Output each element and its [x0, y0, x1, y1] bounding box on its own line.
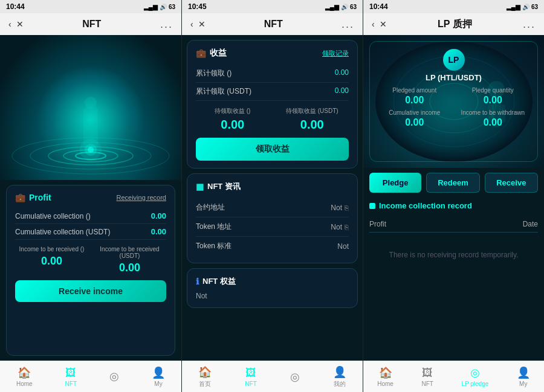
- receiving-record-link[interactable]: Receiving record: [116, 194, 166, 201]
- profit-card: 💼 Profit Receiving record Cumulative col…: [6, 185, 175, 356]
- svg-point-9: [85, 97, 97, 109]
- nft-equity-card: ℹ NFT 权益 Not: [187, 268, 358, 308]
- shouyi-card: 💼 收益 领取记录 累计领取 () 0.00 累计领取 (USDT) 0.00 …: [187, 40, 358, 169]
- close-icon-3[interactable]: ✕: [380, 19, 387, 29]
- receive-btn[interactable]: Receive: [485, 173, 538, 193]
- copy-icon-1[interactable]: ⎘: [345, 204, 349, 211]
- nav-bar-1: ‹ ✕ NFT ...: [0, 13, 181, 35]
- cumulative-income-val: 0.00: [405, 117, 424, 128]
- tab-lp-pledge[interactable]: ◎ LP pledge: [461, 366, 488, 387]
- tab-center-1[interactable]: ◎: [109, 370, 119, 384]
- back-icon-2[interactable]: ‹: [190, 19, 193, 29]
- cumulative-collection-row-2: Cumulative collection (USDT) 0.00: [15, 224, 166, 240]
- tab-my-1[interactable]: 👤 My: [152, 366, 165, 387]
- nft-info-card: ▦ NFT 资讯 合约地址 Not ⎘ Token 地址 Not ⎘ Token…: [187, 173, 358, 263]
- nav-title-3: LP 质押: [438, 18, 472, 31]
- tab-center-2[interactable]: ◎: [290, 370, 300, 384]
- pledge-btn[interactable]: Pledge: [369, 173, 421, 193]
- nav-title-1: NFT: [82, 19, 101, 30]
- home-icon-3: 🏠: [379, 366, 392, 379]
- nav-left-3: ‹ ✕: [372, 19, 387, 29]
- record-header-profit: Profit: [369, 220, 386, 228]
- collect-col-1: 待领取收益 () 0.00: [196, 107, 270, 132]
- shouyi-header: 💼 收益 领取记录: [196, 48, 349, 59]
- collect-col-2: 待领取收益 (USDT) 0.00: [276, 107, 349, 132]
- receive-income-btn[interactable]: Receive income: [15, 280, 166, 302]
- income-value-2: 0.00: [93, 262, 166, 274]
- close-icon-1[interactable]: ✕: [16, 19, 24, 29]
- nav-bar-3: ‹ ✕ LP 质押 ...: [363, 13, 544, 35]
- cumulative-value-1: 0.00: [151, 211, 166, 220]
- lingqu-btn[interactable]: 领取收益: [196, 138, 349, 161]
- wifi-icon-2: 🔊: [341, 4, 348, 10]
- nav-dots-2[interactable]: ...: [342, 18, 354, 31]
- nft-info-title: ▦ NFT 资讯: [196, 181, 349, 192]
- shouyi-row-2: 累计领取 (USDT) 0.00: [196, 83, 349, 101]
- status-icons-3: ▂▄▆ 🔊 63: [507, 4, 538, 10]
- income-record-icon: [369, 203, 375, 209]
- lp-card-inner: LP LP (HTL/USDT) Pledged amount 0.00 Ple…: [369, 41, 538, 162]
- back-icon-1[interactable]: ‹: [8, 19, 11, 29]
- tab-nft-1[interactable]: 🖼 NFT: [65, 367, 77, 387]
- svg-rect-8: [83, 108, 98, 150]
- signal-icon-2: ▂▄▆: [325, 4, 339, 10]
- my-icon-2: 👤: [333, 365, 346, 379]
- time-1: 10:44: [6, 2, 25, 11]
- nft-icon-3: 🖼: [422, 367, 433, 379]
- hero-rings: [6, 59, 175, 180]
- nft-info-row-2: Token 地址 Not ⎘: [196, 217, 349, 237]
- nft-info-val-3: Not: [337, 241, 349, 251]
- income-value-1: 0.00: [15, 255, 88, 268]
- tab-my-label-3: My: [519, 381, 527, 387]
- redeem-btn[interactable]: Redeem: [426, 173, 479, 193]
- tab-my-3[interactable]: 👤 My: [517, 366, 530, 387]
- collect-split: 待领取收益 () 0.00 待领取收益 (USDT) 0.00: [196, 107, 349, 132]
- nav-left-1: ‹ ✕: [8, 19, 24, 29]
- tab-home-label-2: 首页: [199, 380, 211, 388]
- tab-lp-label: LP pledge: [461, 381, 488, 387]
- income-record-title: Income collection record: [369, 201, 538, 210]
- status-bar-2: 10:45 ▂▄▆ 🔊 63: [182, 0, 363, 13]
- tab-my-label-1: My: [154, 381, 162, 387]
- cumulative-income-label: Cumulative income: [389, 109, 440, 116]
- my-icon-3: 👤: [517, 366, 530, 379]
- nav-dots-1[interactable]: ...: [160, 18, 173, 31]
- my-icon-1: 👤: [152, 366, 165, 379]
- nav-dots-3[interactable]: ...: [523, 18, 536, 31]
- lp-stat-pledged-amount: Pledged amount 0.00: [377, 87, 452, 106]
- lp-hero: LP LP (HTL/USDT) Pledged amount 0.00 Ple…: [363, 35, 544, 168]
- center-icon-1: ◎: [109, 370, 119, 383]
- tab-home-2[interactable]: 🏠 首页: [198, 365, 212, 388]
- close-icon-2[interactable]: ✕: [198, 19, 206, 29]
- tab-home-1[interactable]: 🏠 Home: [16, 366, 33, 387]
- nft-info-row-1: 合约地址 Not ⎘: [196, 198, 349, 217]
- shouyi-title: 💼 收益: [196, 48, 227, 59]
- tab-my-label-2: 我的: [334, 380, 346, 388]
- shouyi-row-1: 累计领取 () 0.00: [196, 65, 349, 83]
- back-icon-3[interactable]: ‹: [372, 19, 375, 29]
- status-icons-2: ▂▄▆ 🔊 63: [325, 4, 357, 10]
- bottom-nav-1: 🏠 Home 🖼 NFT ◎ 👤 My: [0, 361, 181, 392]
- lp-pledge-icon: ◎: [470, 366, 480, 379]
- center-icon-2: ◎: [290, 370, 300, 384]
- lingqu-record-link[interactable]: 领取记录: [322, 49, 349, 58]
- pledge-qty-label: Pledge quantity: [472, 87, 514, 94]
- copy-icon-2[interactable]: ⎘: [345, 223, 349, 231]
- tab-home-3[interactable]: 🏠 Home: [377, 366, 393, 387]
- tab-my-2[interactable]: 👤 我的: [333, 365, 346, 388]
- status-bar-1: 10:44 ▂▄▆ 🔊 63: [0, 0, 181, 13]
- collect-label-1: 待领取收益 (): [196, 107, 270, 115]
- bottom-nav-3: 🏠 Home 🖼 NFT ◎ LP pledge 👤 My: [363, 361, 544, 392]
- pledge-qty-val: 0.00: [484, 95, 502, 106]
- tab-nft-label-3: NFT: [421, 381, 433, 387]
- tab-nft-2[interactable]: 🖼 NFT: [245, 367, 256, 387]
- record-header-date: Date: [523, 220, 538, 228]
- income-label-2: Income to be received (USDT): [93, 246, 166, 259]
- time-2: 10:45: [188, 2, 207, 11]
- status-icons-1: ▂▄▆ 🔊 63: [144, 4, 175, 10]
- record-table-header: Profit Date: [369, 216, 538, 233]
- home-icon-1: 🏠: [18, 366, 31, 379]
- home-icon-2: 🏠: [198, 365, 212, 379]
- tab-nft-3[interactable]: 🖼 NFT: [421, 367, 433, 387]
- tab-nft-label-1: NFT: [65, 381, 77, 387]
